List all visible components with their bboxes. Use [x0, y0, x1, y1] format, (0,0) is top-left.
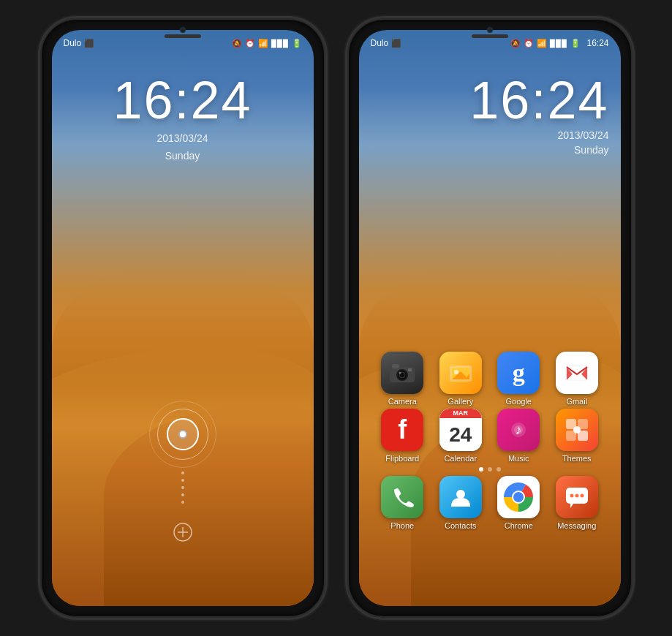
phone-screen-right: Dulo ⬛ 🔕 ⏰ 📶 ▉▉▉ 🔋 16:24 16:24 2013/03/2… [359, 30, 621, 606]
left-phone: Dulo ⬛ 🔕 ⏰ 📶 ▉▉▉ 🔋 16:24 2013/03/24 Sund… [40, 18, 325, 618]
phone-screen: Dulo ⬛ 🔕 ⏰ 📶 ▉▉▉ 🔋 16:24 2013/03/24 Sund… [52, 30, 314, 606]
flipboard-label: Flipboard [385, 454, 419, 463]
lock-clock-time: 16:24 [52, 74, 314, 126]
lock-clock-area: 16:24 2013/03/24 Sunday [52, 74, 314, 162]
home-clock-time: 16:24 [469, 74, 608, 126]
lock-clock-day: Sunday [52, 150, 314, 162]
app-themes[interactable]: Themes [551, 409, 603, 463]
themes-label: Themes [562, 454, 592, 463]
svg-rect-7 [408, 368, 412, 371]
svg-point-24 [513, 492, 524, 502]
home-wifi-icon: 📶 [537, 39, 547, 48]
svg-rect-2 [392, 364, 399, 368]
notification-icon: ⬛ [84, 39, 94, 48]
phone-camera [180, 27, 186, 33]
dot-4 [181, 493, 184, 496]
page-dot-2 [488, 467, 492, 472]
home-clock-date: 2013/03/24 [469, 129, 608, 141]
app-row-2: f Flipboard MAR 24 Calendar [374, 409, 606, 463]
phone-speaker [165, 34, 201, 38]
home-clock-status: 16:24 [586, 38, 608, 48]
home-mute-icon: 🔕 [510, 39, 521, 48]
app-chrome[interactable]: Chrome [493, 476, 544, 530]
battery-icon: 🔋 [292, 39, 302, 48]
app-camera[interactable]: Camera [377, 352, 428, 406]
home-clock-area: 16:24 2013/03/24 Sunday [469, 74, 608, 156]
home-signal-icon: ▉▉▉ [550, 39, 567, 48]
google-label: Google [506, 397, 532, 406]
gmail-label: Gmail [566, 397, 587, 406]
svg-point-6 [399, 372, 401, 374]
wifi-icon: 📶 [258, 39, 268, 48]
calendar-day-number: 24 [439, 418, 482, 451]
google-bottom-icon [172, 521, 194, 548]
app-messaging[interactable]: Messaging [551, 476, 603, 530]
app-row-1: Camera Gallery [374, 352, 606, 406]
app-contacts[interactable]: Contacts [435, 476, 486, 530]
home-status-right: 🔕 ⏰ 📶 ▉▉▉ 🔋 16:24 [510, 38, 608, 48]
dot-3 [181, 486, 184, 489]
svg-point-27 [570, 494, 573, 498]
phone-label: Phone [390, 521, 414, 530]
app-grid: Camera Gallery [359, 352, 621, 533]
alarm-icon: ⏰ [245, 39, 255, 48]
app-calendar[interactable]: MAR 24 Calendar [435, 409, 486, 463]
app-flipboard[interactable]: f Flipboard [377, 409, 428, 463]
svg-point-29 [580, 494, 584, 498]
lock-dots [181, 472, 184, 504]
chrome-label: Chrome [505, 521, 533, 530]
phone-camera-right [487, 27, 493, 33]
music-label: Music [508, 454, 529, 463]
app-gmail[interactable]: Gmail [551, 352, 603, 406]
contacts-label: Contacts [445, 521, 476, 530]
app-gallery[interactable]: Gallery [435, 352, 486, 406]
phone-speaker-right [472, 34, 508, 38]
svg-point-21 [456, 490, 465, 499]
lock-circle[interactable] [157, 409, 208, 460]
circle-dot [178, 430, 187, 439]
signal-bars-icon: ▉▉▉ [271, 39, 289, 48]
circle-inner [167, 418, 199, 450]
calendar-label: Calendar [444, 454, 477, 463]
circle-outer [157, 409, 208, 460]
lock-screen: Dulo ⬛ 🔕 ⏰ 📶 ▉▉▉ 🔋 16:24 2013/03/24 Sund… [52, 30, 314, 606]
app-phone[interactable]: Phone [377, 476, 428, 530]
app-music[interactable]: ♪ Music [493, 409, 544, 463]
lock-clock-date: 2013/03/24 [52, 132, 314, 144]
svg-marker-26 [570, 504, 573, 508]
svg-point-28 [575, 494, 578, 498]
dot-1 [181, 472, 184, 474]
home-status-left: Dulo ⬛ [371, 38, 402, 48]
home-alarm-icon: ⏰ [524, 39, 534, 48]
right-phone: Dulo ⬛ 🔕 ⏰ 📶 ▉▉▉ 🔋 16:24 16:24 2013/03/2… [347, 18, 633, 618]
messaging-label: Messaging [557, 521, 596, 530]
svg-text:♪: ♪ [516, 423, 522, 437]
mute-icon: 🔕 [232, 39, 242, 48]
home-clock-day: Sunday [469, 144, 608, 156]
gallery-label: Gallery [448, 397, 473, 406]
page-dots [374, 467, 606, 472]
dot-5 [181, 501, 184, 504]
camera-label: Camera [388, 397, 417, 406]
page-dot-3 [497, 467, 501, 472]
status-left: Dulo ⬛ [64, 38, 95, 48]
calendar-month-header: MAR [439, 409, 482, 418]
page-dot-1 [479, 467, 483, 472]
home-battery-icon: 🔋 [570, 39, 581, 48]
carrier-name: Dulo [64, 38, 82, 48]
home-carrier-name: Dulo [371, 38, 389, 48]
svg-point-10 [454, 370, 458, 374]
status-right: 🔕 ⏰ 📶 ▉▉▉ 🔋 [232, 39, 302, 48]
home-notification-icon: ⬛ [391, 39, 401, 48]
app-row-3: Phone Contacts [374, 476, 606, 530]
dot-2 [181, 479, 184, 482]
app-google[interactable]: g Google [493, 352, 544, 406]
home-screen: Dulo ⬛ 🔕 ⏰ 📶 ▉▉▉ 🔋 16:24 16:24 2013/03/2… [359, 30, 621, 606]
